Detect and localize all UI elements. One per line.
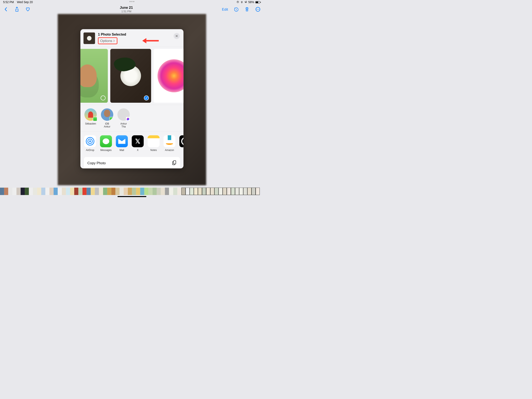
info-button[interactable]: i bbox=[233, 6, 239, 12]
share-sheet: 1 Photo Selected Options Sé bbox=[80, 29, 184, 168]
orientation-lock-icon bbox=[245, 1, 247, 4]
messages-badge-icon bbox=[109, 117, 113, 121]
amazon-icon bbox=[164, 135, 176, 148]
share-sheet-header: 1 Photo Selected Options bbox=[80, 29, 184, 47]
svg-text:i: i bbox=[236, 8, 237, 11]
photo-date: June 21 bbox=[120, 6, 133, 10]
battery-icon bbox=[255, 1, 261, 3]
status-bar: 5:52 PM Wed Sep 20 58% bbox=[0, 0, 264, 5]
app-partial[interactable]: Th bbox=[179, 135, 184, 152]
options-button[interactable]: Options bbox=[98, 38, 117, 44]
messages-icon bbox=[100, 135, 112, 148]
svg-rect-2 bbox=[245, 2, 246, 2]
photo-selection-strip[interactable] bbox=[80, 47, 184, 105]
app-airdrop[interactable]: AirDrop bbox=[84, 135, 96, 152]
copy-photo-action[interactable]: Copy Photo bbox=[84, 157, 180, 168]
app-x[interactable]: X bbox=[132, 135, 144, 152]
status-time: 5:52 PM bbox=[3, 1, 14, 4]
status-date: Wed Sep 20 bbox=[17, 1, 33, 4]
trash-button[interactable] bbox=[244, 6, 250, 12]
svg-point-6 bbox=[257, 9, 257, 10]
avatar bbox=[101, 108, 114, 121]
share-button[interactable] bbox=[14, 6, 20, 12]
contact-idb-ankur[interactable]: iDB Ankur bbox=[100, 108, 114, 128]
photo-thumb-2[interactable] bbox=[110, 49, 151, 103]
app-mail[interactable]: Mail bbox=[116, 135, 128, 152]
wifi-icon bbox=[240, 1, 243, 4]
home-indicator[interactable] bbox=[117, 196, 146, 197]
share-contacts-row: Sébastien iDB Ankur Ankur Tha bbox=[80, 105, 184, 131]
app-notes[interactable]: Notes bbox=[147, 135, 160, 152]
svg-rect-10 bbox=[173, 161, 176, 164]
contact-sebastien[interactable]: Sébastien bbox=[84, 108, 97, 128]
photo-library-strip[interactable] bbox=[0, 187, 264, 195]
edit-button[interactable]: Edit bbox=[222, 7, 228, 11]
avatar bbox=[117, 108, 130, 121]
close-button[interactable] bbox=[173, 33, 180, 39]
photo-toolbar: June 21 1:51 PM Edit i bbox=[0, 5, 264, 14]
selection-circle-icon[interactable] bbox=[101, 96, 106, 100]
share-actions-list: Copy Photo bbox=[80, 155, 184, 168]
airdrop-icon bbox=[84, 135, 96, 148]
messenger-badge-icon bbox=[126, 117, 130, 121]
avatar bbox=[84, 108, 97, 121]
contact-ankur-tha[interactable]: Ankur Tha bbox=[117, 108, 130, 128]
more-button[interactable] bbox=[255, 6, 261, 12]
svg-point-8 bbox=[259, 9, 259, 10]
battery-pct: 58% bbox=[248, 1, 254, 4]
messages-badge-icon bbox=[93, 117, 97, 121]
notes-icon bbox=[147, 135, 160, 148]
mail-icon bbox=[116, 135, 128, 148]
favorite-button[interactable] bbox=[25, 6, 31, 12]
annotation-arrow bbox=[142, 39, 158, 42]
app-icon bbox=[179, 135, 184, 148]
photo-thumb-1[interactable] bbox=[80, 49, 108, 103]
share-sheet-title: 1 Photo Selected bbox=[98, 32, 180, 36]
photo-time: 1:51 PM bbox=[120, 10, 133, 13]
multitask-dots[interactable] bbox=[129, 1, 134, 2]
app-amazon[interactable]: Amazon bbox=[163, 135, 176, 152]
dnd-icon bbox=[236, 1, 239, 4]
selection-checked-icon[interactable] bbox=[144, 96, 149, 100]
app-messages[interactable]: Messages bbox=[100, 135, 112, 152]
x-icon bbox=[132, 135, 144, 148]
copy-icon bbox=[172, 160, 177, 166]
selected-photo-thumb bbox=[83, 32, 95, 44]
share-apps-row: AirDrop Messages Mail X Notes Amazon Th bbox=[80, 131, 184, 155]
svg-point-7 bbox=[258, 9, 258, 10]
svg-point-1 bbox=[241, 2, 242, 3]
back-button[interactable] bbox=[3, 6, 9, 12]
photo-thumb-3[interactable] bbox=[154, 49, 184, 103]
